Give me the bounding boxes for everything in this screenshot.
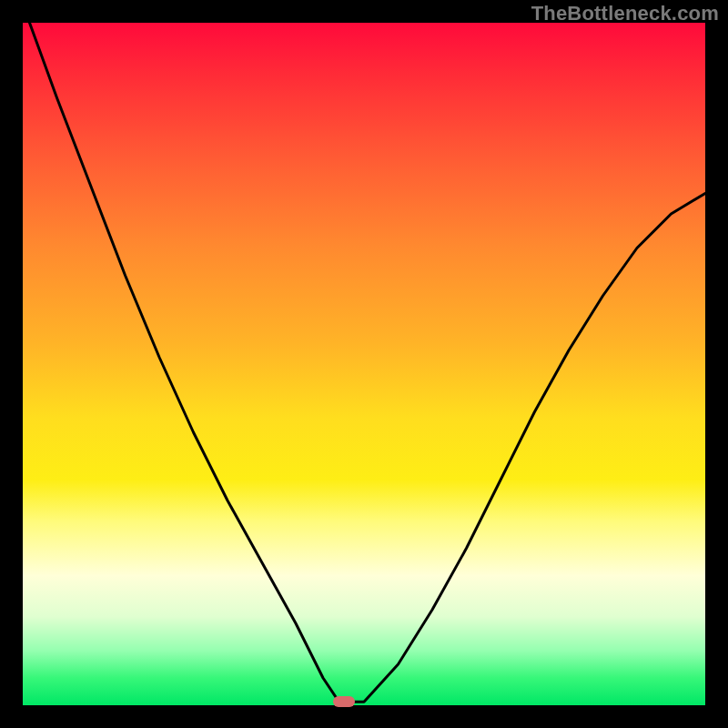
- bottleneck-curve: [30, 23, 706, 702]
- chart-container: TheBottleneck.com: [0, 0, 728, 728]
- curve-layer: [23, 23, 705, 705]
- plot-area: [23, 23, 705, 705]
- optimum-marker: [333, 696, 355, 707]
